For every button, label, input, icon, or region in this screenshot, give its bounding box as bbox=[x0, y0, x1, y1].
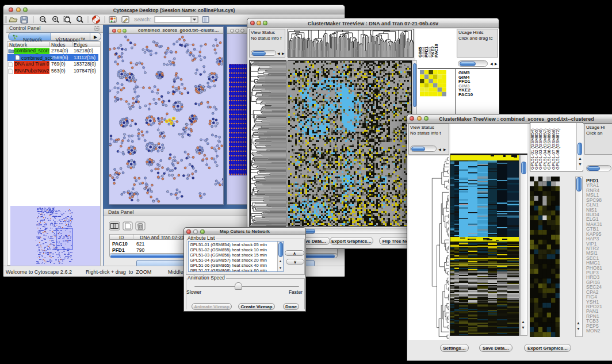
svg-text:GPL51-08 (GSM872): GPL51-08 (GSM872) bbox=[555, 128, 560, 170]
svg-text:Search:: Search: bbox=[134, 17, 151, 22]
svg-text:1:1: 1:1 bbox=[78, 18, 82, 21]
